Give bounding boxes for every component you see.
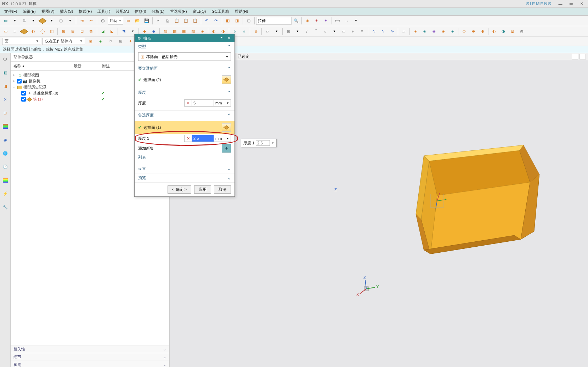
dlg-close-icon[interactable]: ✕ — [226, 35, 232, 41]
rail-history-icon[interactable]: 🕓 — [1, 163, 9, 171]
measure1-icon[interactable]: ⟷ — [333, 17, 342, 25]
dlg-thickness-input[interactable] — [192, 99, 214, 107]
rail-constraint-icon[interactable]: ✕ — [1, 96, 9, 103]
sel-icon-1[interactable]: ◉ — [86, 37, 95, 46]
start-dropdown[interactable]: 启动▼ — [108, 17, 123, 25]
menu-file[interactable]: 文件(F) — [1, 8, 20, 15]
dlg-face-picker-icon[interactable] — [222, 75, 231, 84]
sketch2-icon[interactable]: ▱ — [11, 27, 19, 36]
chevron-7[interactable]: ▼ — [272, 27, 281, 36]
rail-nav-icon[interactable]: ◧ — [1, 69, 9, 76]
measure2-icon[interactable]: ↔ — [343, 17, 351, 25]
undo-icon[interactable]: ↶ — [203, 17, 211, 25]
menu-gctools[interactable]: GC工具箱 — [209, 8, 232, 15]
surf2-icon[interactable]: ◊ — [240, 27, 248, 36]
dlg-gear-icon[interactable]: ⚙ — [137, 36, 141, 41]
xform1-icon[interactable]: ◐ — [490, 27, 498, 36]
doc-icon[interactable]: ▭ — [124, 17, 132, 25]
dlg-section-settings[interactable]: 设置⌄ — [135, 164, 234, 173]
sync1-icon[interactable]: ✦ — [312, 17, 321, 25]
paste-icon[interactable]: 📋 — [173, 17, 181, 25]
command-finder[interactable]: 拉伸 — [256, 17, 292, 25]
maximize-button[interactable]: ▭ — [567, 1, 575, 7]
box-icon[interactable] — [38, 17, 47, 25]
dlg-ok-button[interactable]: < 确定 > — [168, 185, 191, 194]
dlg-alt-thk-input[interactable] — [192, 135, 214, 142]
dlg-type-select[interactable]: ◫移除面，然后抽壳 ▼ — [138, 52, 231, 61]
sel-icon-3[interactable]: ↻ — [106, 37, 115, 46]
rail-tool-icon[interactable]: 🔧 — [1, 203, 9, 211]
dlg-thickness-unit[interactable]: mm▼ — [214, 99, 231, 107]
surf-a-icon[interactable]: ◈ — [411, 27, 420, 36]
dlg-reset-icon[interactable]: ↻ — [219, 35, 225, 41]
xform3-icon[interactable]: ◒ — [508, 27, 517, 36]
dlg-alt-select-row[interactable]: ✔选择面 (1) — [135, 121, 234, 134]
dlg-list-label[interactable]: 列表 — [135, 154, 234, 161]
paste2-icon[interactable]: 📋 — [182, 17, 190, 25]
dlg-section-type[interactable]: 类型⌃ — [135, 42, 234, 51]
menu-window[interactable]: 窗口(Q) — [190, 8, 209, 15]
menu-view[interactable]: 视图(V) — [39, 8, 57, 15]
xform2-icon[interactable]: ◑ — [499, 27, 508, 36]
sweep3-icon[interactable]: ⬮ — [478, 27, 487, 36]
shape1-icon[interactable]: ▱ — [400, 27, 408, 36]
dynamic-input-value[interactable] — [256, 140, 270, 146]
filter-type-dropdown[interactable]: 面▼ — [2, 38, 41, 45]
dlg-add-new-button[interactable]: ✦ — [222, 144, 231, 153]
edge1-icon[interactable]: ◢ — [98, 27, 107, 36]
plus-icon[interactable]: + — [349, 27, 357, 36]
tree-datum-check[interactable] — [21, 91, 26, 96]
gear-icon[interactable]: ⚙ — [98, 17, 107, 25]
view-icon[interactable]: ▢ — [244, 17, 253, 25]
search-icon[interactable]: 🔍 — [292, 17, 300, 25]
save-icon[interactable]: 💾 — [142, 17, 151, 25]
filter-scope-dropdown[interactable]: 仅在工作部件内▼ — [43, 38, 85, 45]
spline2-icon[interactable]: ∿ — [379, 27, 387, 36]
nav-col-latest[interactable]: 最新 — [71, 62, 99, 70]
rail-materials-icon[interactable] — [1, 122, 9, 130]
menu-info[interactable]: 信息(I) — [132, 8, 149, 15]
menu-tools[interactable]: 工具(T) — [95, 8, 113, 15]
dlg-section-pierce[interactable]: 要穿透的面⌃ — [135, 64, 234, 73]
nav-col-name[interactable]: 名称 ▲ — [11, 62, 71, 70]
dlg-alt-face-picker-icon[interactable] — [222, 123, 231, 132]
dlg-alt-thk-unit[interactable]: mm▼ — [214, 135, 231, 142]
nav-detail[interactable]: 细节⌄ — [11, 353, 169, 361]
bool1-icon[interactable]: ⊕ — [251, 27, 260, 36]
import-icon[interactable]: ⇥ — [78, 17, 86, 25]
dlg-section-preview[interactable]: 预览⌄ — [135, 173, 234, 182]
vp-icon-2[interactable] — [579, 54, 586, 59]
layer-icon[interactable]: ◈ — [303, 17, 312, 25]
menu-insert[interactable]: 插入(S) — [57, 8, 76, 15]
nav-preview[interactable]: 预览⌄ — [11, 361, 169, 367]
export-icon[interactable]: ⇤ — [87, 17, 95, 25]
sync2-icon[interactable]: ✦ — [322, 17, 330, 25]
rail-roles-icon[interactable] — [1, 176, 9, 184]
sweep1-icon[interactable]: ⬭ — [460, 27, 468, 36]
window-icon[interactable]: ▢ — [57, 17, 65, 25]
copy-icon[interactable]: ⎘ — [163, 17, 172, 25]
surf-d-icon[interactable]: ◈ — [439, 27, 447, 36]
dlg-thickness-reverse-icon[interactable]: ✕ — [184, 99, 192, 107]
mirror-icon[interactable]: ⧉ — [87, 27, 95, 36]
pattern3-icon[interactable]: ⊡ — [78, 27, 86, 36]
menu-edit[interactable]: 编辑(E) — [20, 8, 39, 15]
rail-sim-icon[interactable]: ⚡ — [1, 190, 9, 197]
chevron-5[interactable]: ▼ — [352, 17, 360, 25]
sweep2-icon[interactable]: ⬬ — [469, 27, 477, 36]
pattern2-icon[interactable]: ⊟ — [68, 27, 77, 36]
dlg-apply-button[interactable]: 应用 — [194, 185, 211, 194]
menu-format[interactable]: 格式(R) — [76, 8, 95, 15]
surf-e-icon[interactable]: ◈ — [448, 27, 457, 36]
dlg-cancel-button[interactable]: 取消 — [214, 185, 231, 194]
revolve-icon[interactable]: ◐ — [29, 27, 38, 36]
redo-icon[interactable]: ↷ — [212, 17, 220, 25]
new-icon[interactable]: ▭ — [1, 17, 10, 25]
nav-dependency[interactable]: 相关性⌄ — [11, 345, 169, 353]
menu-analysis[interactable]: 分析(L) — [149, 8, 167, 15]
draft-icon[interactable]: ◥ — [119, 27, 128, 36]
spline1-icon[interactable]: ∿ — [369, 27, 378, 36]
minimize-button[interactable]: — — [556, 1, 565, 7]
edge2-icon[interactable]: ◣ — [108, 27, 116, 36]
line-icon[interactable]: / — [303, 27, 311, 36]
